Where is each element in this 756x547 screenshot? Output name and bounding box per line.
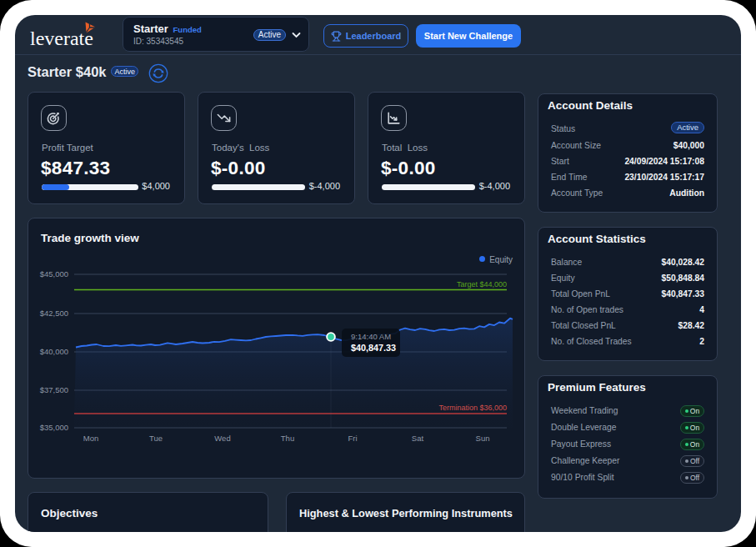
svg-text:$45,000: $45,000 [40,269,68,279]
svg-text:$37,500: $37,500 [40,385,68,394]
svg-text:Tue: Tue [149,434,163,443]
svg-text:Termination $36,000: Termination $36,000 [438,404,507,412]
svg-text:Fri: Fri [348,434,357,443]
svg-text:$35,000: $35,000 [40,423,68,432]
svg-text:Wed: Wed [214,434,230,443]
svg-text:Target $44,000: Target $44,000 [457,280,507,289]
svg-text:$42,500: $42,500 [40,309,68,318]
svg-text:Sat: Sat [412,434,424,443]
svg-text:Thu: Thu [281,434,294,443]
svg-text:Mon: Mon [83,434,98,443]
svg-text:$40,000: $40,000 [40,347,68,356]
svg-text:Sun: Sun [476,434,490,443]
